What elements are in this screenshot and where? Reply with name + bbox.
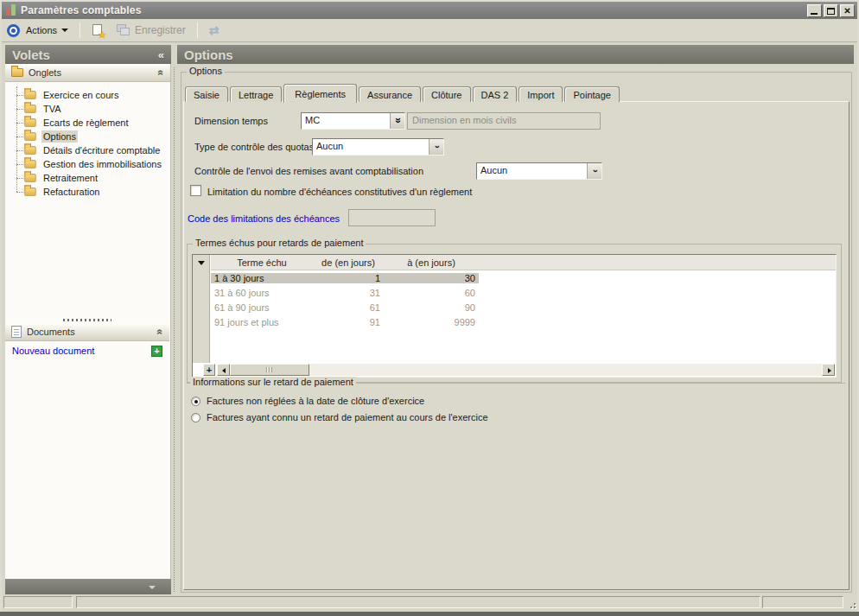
remises-control-combobox[interactable]: Aucun ‹: [476, 162, 602, 180]
save-label: Enregistrer: [135, 24, 186, 36]
folder-icon: [24, 105, 35, 113]
folder-icon: [24, 91, 35, 99]
table-row[interactable]: 31 à 60 jours3160: [211, 285, 836, 300]
scroll-right-button[interactable]: [822, 364, 835, 376]
documents-section-header[interactable]: Documents «: [5, 323, 169, 341]
main-content: Options SaisieLettrageRèglementsAssuranc…: [177, 64, 854, 595]
tree-item-6[interactable]: Retraitement: [5, 171, 170, 185]
onglets-section-header[interactable]: Onglets «: [5, 64, 170, 82]
radio-icon[interactable]: [191, 413, 200, 422]
status-panel-main: [76, 596, 760, 608]
radio-option-0[interactable]: Factures non réglées à la date de clôtur…: [191, 396, 424, 406]
target-icon: [7, 24, 20, 37]
tab-strip: SaisieLettrageRèglementsAssuranceClôture…: [185, 83, 621, 102]
dimension-temps-combobox[interactable]: MC «: [301, 112, 405, 130]
tab-5[interactable]: DAS 2: [473, 86, 518, 102]
page-star-icon: ★: [92, 24, 105, 37]
code-limitations-link[interactable]: Code des limitations des échéances: [188, 213, 340, 224]
application-window: Paramètres comptables ✕ Actions ★ Enregi…: [0, 0, 859, 616]
minimize-button[interactable]: [807, 4, 822, 17]
combo-dropdown-button[interactable]: «: [390, 113, 404, 129]
grid-hscrollbar: +: [203, 364, 835, 376]
table-cell: 1 à 30 jours: [211, 273, 313, 283]
tree-item-label: Refacturation: [41, 186, 101, 198]
tab-4[interactable]: Clôture: [423, 86, 470, 102]
refresh-icon: ⇄: [209, 24, 220, 36]
tree-item-label: Détails d'écriture comptable: [41, 144, 162, 156]
new-document-link[interactable]: Nouveau document: [12, 346, 94, 356]
grid-row-selector-column[interactable]: [193, 255, 210, 363]
volets-title: Volets: [12, 48, 50, 62]
table-cell: 91 jours et plus: [211, 317, 313, 327]
quota-control-combobox[interactable]: Aucun ‹: [312, 138, 444, 156]
grid-column-header[interactable]: Terme échu: [211, 257, 313, 268]
dimension-temps-value: MC: [302, 113, 390, 129]
collapse-section-icon[interactable]: «: [156, 70, 168, 76]
double-chevron-down-icon: «: [391, 118, 404, 124]
table-row[interactable]: 1 à 30 jours130: [211, 270, 836, 285]
close-button[interactable]: ✕: [840, 4, 855, 17]
refresh-button[interactable]: ⇄: [203, 22, 226, 39]
window-title-bar: Paramètres comptables ✕: [2, 2, 857, 19]
options-group-title: Options: [187, 66, 225, 76]
scroll-left-button[interactable]: [217, 364, 230, 376]
limitation-label: Limitation du nombre d'échéances constit…: [207, 187, 472, 197]
collapse-section-icon[interactable]: «: [155, 329, 167, 335]
tab-0[interactable]: Saisie: [185, 86, 228, 102]
grid-column-header[interactable]: de (en jours): [313, 257, 384, 268]
save-button[interactable]: Enregistrer: [111, 22, 192, 39]
dimension-description-field: Dimension en mois civils: [407, 112, 601, 130]
table-cell: 9999: [384, 317, 479, 327]
onglets-title: Onglets: [29, 67, 61, 78]
scrollbar-thumb[interactable]: [230, 364, 309, 376]
tab-2[interactable]: Règlements: [283, 84, 357, 103]
termes-group-title: Termes échus pour retards de paiement: [193, 238, 366, 248]
collapse-panel-icon[interactable]: «: [158, 48, 164, 61]
scrollbar-track[interactable]: [309, 364, 822, 376]
table-row[interactable]: 91 jours et plus919999: [211, 314, 836, 329]
tab-3[interactable]: Assurance: [359, 86, 421, 102]
tree-item-3[interactable]: Options: [5, 130, 170, 143]
code-limitations-field[interactable]: [348, 209, 436, 226]
combo-dropdown-button[interactable]: ‹: [587, 163, 601, 179]
tab-6[interactable]: Import: [519, 86, 563, 102]
radio-option-1[interactable]: Factures ayant connu un retard de paieme…: [191, 412, 488, 422]
tree-item-2[interactable]: Ecarts de règlement: [5, 116, 170, 130]
window-title: Paramètres comptables: [21, 4, 805, 16]
tab-1[interactable]: Lettrage: [230, 86, 282, 102]
termes-grid: Terme échude (en jours)à (en jours) 1 à …: [192, 254, 837, 378]
tree-item-1[interactable]: TVA: [5, 102, 170, 116]
maximize-button[interactable]: [824, 4, 838, 17]
table-cell: 31: [313, 288, 384, 298]
chevron-down-icon: ‹: [431, 145, 442, 149]
table-cell: 1: [313, 273, 384, 283]
sidebar-splitter-handle[interactable]: [5, 316, 169, 323]
actions-menu-button[interactable]: Actions: [20, 22, 74, 38]
folder-icon: [24, 187, 35, 196]
tree-item-0[interactable]: Exercice en cours: [5, 88, 170, 102]
sidebar-footer-bar[interactable]: [5, 579, 171, 595]
add-document-button[interactable]: +: [151, 346, 162, 357]
tree-item-7[interactable]: Refacturation: [5, 185, 170, 199]
grid-column-header[interactable]: à (en jours): [384, 257, 479, 268]
sidebar: Onglets « Exercice en coursTVAEcarts de …: [5, 64, 171, 579]
row-marker-icon: [198, 261, 205, 265]
tree-item-label: Retraitement: [41, 172, 99, 184]
status-panel-left: [3, 596, 73, 608]
remises-control-value: Aucun: [477, 163, 587, 179]
tree-item-5[interactable]: Gestion des immobilisations: [5, 157, 170, 171]
toolbar-separator: [197, 22, 198, 38]
radio-selected-icon[interactable]: [191, 397, 200, 406]
limitation-checkbox[interactable]: [190, 185, 201, 196]
tab-7[interactable]: Pointage: [564, 86, 619, 102]
add-row-button[interactable]: +: [203, 364, 215, 376]
new-document-button[interactable]: ★: [86, 22, 111, 40]
radio-label: Factures non réglées à la date de clôtur…: [207, 396, 424, 406]
status-bar: [2, 594, 857, 610]
combo-dropdown-button[interactable]: ‹: [429, 139, 443, 155]
table-row[interactable]: 61 à 90 jours6190: [211, 300, 836, 314]
tree-item-4[interactable]: Détails d'écriture comptable: [5, 143, 170, 157]
resize-grip[interactable]: [845, 598, 856, 608]
table-cell: 31 à 60 jours: [211, 288, 313, 298]
folder-icon: [24, 146, 35, 155]
